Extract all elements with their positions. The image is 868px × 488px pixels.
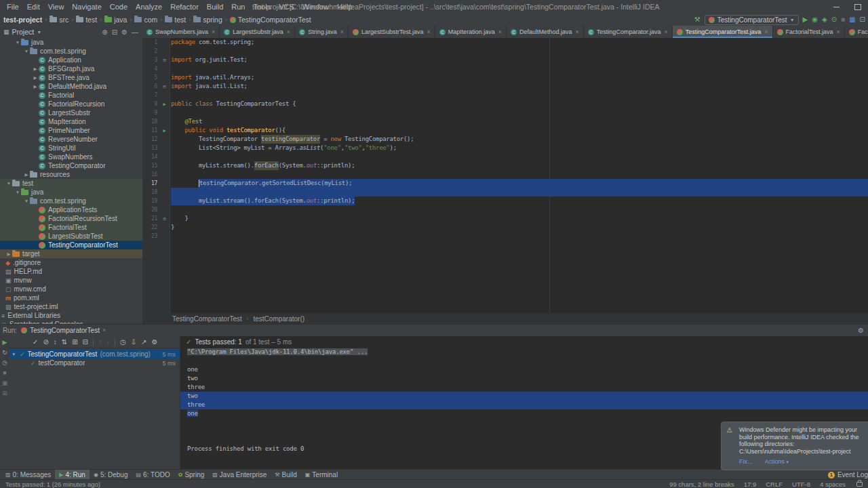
project-item-external libraries[interactable]: ≡External Libraries <box>0 311 142 320</box>
project-item-largestsubstrtest[interactable]: LargestSubstrTest <box>0 232 142 241</box>
locate-icon[interactable]: ⊕ <box>102 28 107 36</box>
collapse-all-button[interactable]: ⊟ <box>83 338 88 346</box>
project-item-test[interactable]: ▼test <box>0 179 142 188</box>
toggle-auto-test-button[interactable]: ◷ <box>2 359 7 366</box>
menu-build[interactable]: Build <box>203 3 227 11</box>
event-log-button[interactable]: 1Event Log <box>828 471 868 479</box>
project-item-factorial[interactable]: CFactorial <box>0 91 142 100</box>
code-line[interactable]: 8▶public class TestingComparatorTest { <box>142 100 868 108</box>
toolwindow-terminal[interactable]: ▣Terminal <box>301 470 342 480</box>
code-line[interactable]: 6⊟import java.util.List; <box>142 82 868 91</box>
project-item-mvnw.cmd[interactable]: ▢mvnw.cmd <box>0 285 142 293</box>
breadcrumb-item-test-project[interactable]: test-project <box>3 16 43 24</box>
project-item-com.test.spring[interactable]: ▼com.test.spring <box>0 47 142 56</box>
toolwindow-java-enterprise[interactable]: ▧Java Enterprise <box>208 470 271 480</box>
editor-tab-factorialtest.java[interactable]: FactorialTest.java× <box>773 26 845 38</box>
project-item-testingcomparator[interactable]: CTestingComparator <box>0 161 142 170</box>
editor-tab-factorialrecursiontest.java[interactable]: FactorialRecursionTest.java× <box>845 26 868 38</box>
fix-link[interactable]: Fix... <box>739 458 753 466</box>
code-line[interactable]: 1package com.test.spring; <box>142 38 868 47</box>
menu-edit[interactable]: Edit <box>23 3 44 11</box>
menu-analyze[interactable]: Analyze <box>132 3 166 11</box>
close-icon[interactable]: × <box>340 28 344 35</box>
menu-navigate[interactable]: Navigate <box>68 3 105 11</box>
file-encoding[interactable]: UTF-8 <box>792 481 810 488</box>
show-passed-button[interactable]: ✓ <box>33 338 38 346</box>
menu-code[interactable]: Code <box>106 3 132 11</box>
project-pane-title[interactable]: Project <box>12 28 35 36</box>
chevron-expanded-icon[interactable]: ▼ <box>23 199 30 203</box>
project-item-factorialtest[interactable]: FactorialTest <box>0 223 142 232</box>
project-item-largestsubstr[interactable]: CLargestSubstr <box>0 108 142 117</box>
menu-file[interactable]: File <box>3 3 23 11</box>
coverage-button[interactable]: ◈ <box>822 14 827 26</box>
breadcrumb-item-com[interactable]: com <box>134 16 158 24</box>
editor-tab-mapiteration.java[interactable]: CMapIteration.java× <box>435 26 507 38</box>
fold-icon[interactable]: ⊟ <box>163 216 166 222</box>
code-line[interactable]: 20 <box>142 205 868 214</box>
project-item-mvnw[interactable]: ▣mvnw <box>0 276 142 285</box>
project-item-target[interactable]: ▶target <box>0 249 142 258</box>
run-gutter-icon[interactable]: ▶ <box>163 128 166 134</box>
project-item-factorialrecursion[interactable]: CFactorialRecursion <box>0 100 142 108</box>
test-history-button[interactable]: ◷ <box>120 338 126 346</box>
profiler-button[interactable]: ⊙ <box>831 14 837 26</box>
editor-breadcrumb-item[interactable]: TestingComparatorTest <box>172 315 242 323</box>
close-icon[interactable]: × <box>102 327 106 333</box>
fold-icon[interactable]: ⊟ <box>163 84 166 89</box>
toolwindow-todo[interactable]: ▤6: TODO <box>132 470 174 480</box>
code-line[interactable]: 7 <box>142 91 868 100</box>
code-line[interactable]: 11▶ public void testComparator(){ <box>142 126 868 135</box>
chevron-expanded-icon[interactable]: ▼ <box>12 352 17 357</box>
test-item-testcomparator[interactable]: ✓testComparator5 ms <box>9 359 180 367</box>
sort-alphabetically-button[interactable]: ↕ <box>54 338 57 346</box>
chevron-collapsed-icon[interactable]: ▶ <box>23 172 30 178</box>
char-count[interactable]: 99 chars, 2 line breaks <box>669 481 734 488</box>
project-item-pom.xml[interactable]: mpom.xml <box>0 293 142 302</box>
test-item-testingcomparatortest[interactable]: ▼✓TestingComparatorTest (com.test.spring… <box>9 350 180 359</box>
code-line[interactable]: 18 <box>142 188 868 197</box>
code-line[interactable]: 3⊟import org.junit.Test; <box>142 56 868 64</box>
chevron-expanded-icon[interactable]: ▼ <box>23 49 30 54</box>
expand-all-button[interactable]: ⊞ <box>72 338 77 346</box>
collapse-all-icon[interactable]: ⊟ <box>112 28 117 36</box>
export-test-results-button[interactable]: ↗ <box>141 338 146 346</box>
run-configuration-select[interactable]: TestingComparatorTest▼ <box>705 15 799 25</box>
close-icon[interactable]: × <box>664 28 667 35</box>
run-gutter-icon[interactable]: ▶ <box>163 102 166 107</box>
code-line[interactable]: 17 testingComparator.getSortedListDesc(m… <box>142 179 868 188</box>
chevron-expanded-icon[interactable]: ▼ <box>14 190 21 195</box>
editor-tab-testingcomparatortest.java[interactable]: TestingComparatorTest.java× <box>673 26 773 38</box>
chevron-expanded-icon[interactable]: ▼ <box>5 181 12 186</box>
close-icon[interactable]: × <box>287 28 290 35</box>
editor-tab-defaultmethod.java[interactable]: CDefaultMethod.java× <box>507 26 584 38</box>
project-item-resources[interactable]: ▶resources <box>0 170 142 179</box>
breadcrumb-item-spring[interactable]: spring <box>193 16 223 24</box>
project-item-swapnumbers[interactable]: CSwapNumbers <box>0 152 142 161</box>
code-line[interactable]: 22} <box>142 223 868 232</box>
toolwindow-spring[interactable]: ✿Spring <box>174 470 209 480</box>
breadcrumb-item-src[interactable]: src <box>49 16 69 24</box>
menu-run[interactable]: Run <box>227 3 249 11</box>
chevron-collapsed-icon[interactable]: ▶ <box>32 84 39 89</box>
toolwindow-debug[interactable]: ◉5: Debug <box>90 470 132 480</box>
menu-view[interactable]: View <box>44 3 68 11</box>
settings-icon[interactable]: ⚙ <box>121 28 127 36</box>
sort-by-duration-button[interactable]: ⇅ <box>62 338 67 346</box>
project-item-mapiteration[interactable]: CMapIteration <box>0 117 142 126</box>
editor-tab-largestsubstr.java[interactable]: CLargestSubstr.java× <box>220 26 295 38</box>
editor-tab-largestsubstrtest.java[interactable]: LargestSubstrTest.java× <box>349 26 435 38</box>
toolwindow-run[interactable]: ▶4: Run <box>55 470 90 480</box>
close-icon[interactable]: × <box>427 28 430 35</box>
run-button[interactable]: ▶ <box>803 14 808 26</box>
project-item-bfsgraph.java[interactable]: ▶CBFSGraph.java <box>0 64 142 73</box>
breadcrumb-item-testingcomparatortest[interactable]: TestingComparatorTest <box>229 16 312 24</box>
project-structure-button[interactable]: ▦ <box>849 14 855 26</box>
breadcrumb-item-test[interactable]: test <box>164 16 186 24</box>
line-ending[interactable]: CRLF <box>766 481 783 488</box>
indent-setting[interactable]: 4 spaces <box>820 481 846 488</box>
maximize-icon[interactable] <box>854 4 861 10</box>
code-line[interactable]: 21⊟ } <box>142 214 868 223</box>
editor-tab-string.java[interactable]: CString.java× <box>295 26 349 38</box>
breadcrumb-item-test[interactable]: test <box>75 16 98 24</box>
